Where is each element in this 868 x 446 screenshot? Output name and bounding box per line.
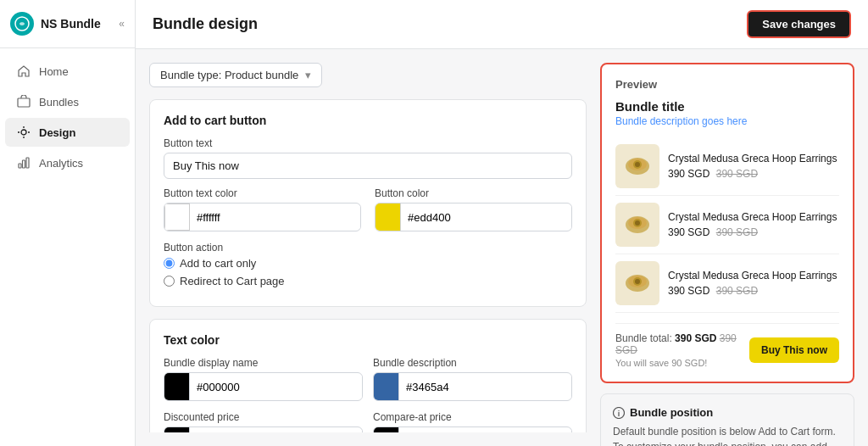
svg-rect-4 bbox=[23, 160, 25, 168]
svg-rect-3 bbox=[19, 164, 21, 168]
product-name-0: Crystal Medusa Greca Hoop Earrings bbox=[668, 153, 839, 166]
bundle-position-card: i Bundle position Default bundle positio… bbox=[600, 393, 854, 446]
discounted-price-input-wrap bbox=[164, 426, 363, 432]
svg-point-9 bbox=[635, 162, 640, 167]
button-color-hex[interactable] bbox=[401, 206, 571, 229]
bundle-position-description: Default bundle position is below Add to … bbox=[613, 424, 842, 446]
bundle-description-hex[interactable] bbox=[399, 376, 571, 399]
bundle-position-desc-text: Default bundle position is below Add to … bbox=[613, 426, 836, 446]
add-to-cart-card: Add to cart button Button text Button te… bbox=[149, 99, 587, 307]
sidebar-item-analytics-label: Analytics bbox=[39, 157, 83, 170]
sidebar-item-home[interactable]: Home bbox=[5, 57, 130, 86]
bundle-total-price: 390 SGD bbox=[675, 332, 716, 344]
content-area: Bundle type: Product bundle ▾ Add to car… bbox=[136, 49, 868, 446]
sidebar-logo: NS Bundle « bbox=[0, 0, 135, 48]
topbar: Bundle design Save changes bbox=[136, 0, 868, 49]
bundle-display-name-hex[interactable] bbox=[190, 376, 362, 399]
compare-at-price-hex[interactable] bbox=[399, 430, 571, 433]
product-discounted-price-2: 390 SGD bbox=[668, 285, 709, 297]
discounted-price-hex[interactable] bbox=[190, 430, 362, 433]
bundle-display-name-input-wrap bbox=[164, 372, 363, 401]
sidebar-item-bundles[interactable]: Bundles bbox=[5, 87, 130, 116]
action-option-add-to-cart[interactable]: Add to cart only bbox=[164, 257, 572, 270]
bundle-description-input-wrap bbox=[373, 372, 572, 401]
bundle-description-swatch[interactable] bbox=[374, 373, 399, 400]
preview-header: Preview bbox=[615, 78, 839, 91]
bundle-footer: Bundle total: 390 SGD 390 SGD You will s… bbox=[615, 323, 839, 368]
bundle-type-label: Bundle type: Product bundle bbox=[160, 69, 298, 81]
product-thumb-0 bbox=[615, 144, 659, 188]
bundle-type-bar: Bundle type: Product bundle ▾ bbox=[149, 63, 587, 87]
bundle-description-label: Bundle description bbox=[373, 357, 572, 369]
bundles-icon bbox=[17, 95, 31, 109]
info-icon: i bbox=[613, 407, 625, 419]
bundle-total-info: Bundle total: 390 SGD 390 SGD You will s… bbox=[615, 332, 749, 368]
product-price-0: 390 SGD 390 SGD bbox=[668, 168, 839, 180]
text-color-grid: Bundle display name Bundle description bbox=[164, 357, 572, 432]
add-to-cart-title: Add to cart button bbox=[164, 114, 572, 127]
svg-rect-5 bbox=[26, 158, 29, 168]
sidebar-nav: Home Bundles Design Analytics bbox=[0, 48, 135, 186]
preview-buy-button[interactable]: Buy This now bbox=[749, 337, 839, 363]
preview-card: Preview Bundle title Bundle description … bbox=[600, 63, 854, 383]
product-item-0: Crystal Medusa Greca Hoop Earrings 390 S… bbox=[615, 137, 839, 196]
product-name-2: Crystal Medusa Greca Hoop Earrings bbox=[668, 270, 839, 283]
bundle-type-dropdown[interactable]: Bundle type: Product bundle ▾ bbox=[149, 63, 322, 87]
bundle-position-header: i Bundle position bbox=[613, 406, 842, 419]
compare-at-price-label: Compare-at price bbox=[373, 411, 572, 423]
svg-text:i: i bbox=[618, 410, 620, 418]
sidebar-item-design[interactable]: Design bbox=[5, 118, 130, 147]
product-image-1 bbox=[620, 208, 654, 242]
button-color-swatch[interactable] bbox=[376, 203, 401, 231]
left-panel: Bundle type: Product bundle ▾ Add to car… bbox=[149, 63, 587, 432]
save-changes-button[interactable]: Save changes bbox=[747, 10, 851, 38]
product-image-2 bbox=[620, 266, 654, 300]
bundle-preview-title: Bundle title bbox=[615, 99, 839, 114]
discounted-price-field: Discounted price bbox=[164, 411, 363, 432]
discounted-price-swatch[interactable] bbox=[164, 427, 190, 432]
product-thumb-2 bbox=[615, 261, 659, 305]
compare-at-price-field: Compare-at price bbox=[373, 411, 572, 432]
bundle-total-text: Bundle total: 390 SGD 390 SGD bbox=[615, 332, 749, 356]
svg-point-2 bbox=[21, 130, 26, 135]
svg-point-17 bbox=[635, 279, 640, 284]
product-item-2: Crystal Medusa Greca Hoop Earrings 390 S… bbox=[615, 254, 839, 313]
button-text-input[interactable] bbox=[164, 153, 572, 179]
product-original-price-2: 390 SGD bbox=[716, 285, 758, 297]
compare-at-price-swatch[interactable] bbox=[374, 427, 399, 432]
product-info-1: Crystal Medusa Greca Hoop Earrings 390 S… bbox=[668, 211, 839, 238]
action-radio-redirect[interactable] bbox=[164, 276, 175, 287]
svg-rect-1 bbox=[18, 98, 30, 107]
sidebar-item-bundles-label: Bundles bbox=[39, 96, 79, 109]
action-option-add-to-cart-label: Add to cart only bbox=[180, 257, 256, 270]
button-text-color-field: Button text color bbox=[164, 187, 361, 231]
analytics-icon bbox=[17, 156, 31, 170]
action-option-redirect[interactable]: Redirect to Cart page bbox=[164, 275, 572, 287]
button-action-section: Button action Add to cart only Redirect … bbox=[164, 242, 572, 287]
bundle-display-name-swatch[interactable] bbox=[164, 373, 190, 400]
product-info-2: Crystal Medusa Greca Hoop Earrings 390 S… bbox=[668, 270, 839, 297]
product-price-1: 390 SGD 390 SGD bbox=[668, 226, 839, 238]
sidebar-item-design-label: Design bbox=[39, 126, 75, 139]
action-radio-add-to-cart[interactable] bbox=[164, 258, 175, 269]
svg-point-13 bbox=[635, 220, 640, 226]
product-original-price-0: 390 SGD bbox=[716, 168, 758, 180]
bundle-savings-label: You will save 90 SGD! bbox=[615, 358, 749, 368]
action-option-redirect-label: Redirect to Cart page bbox=[180, 275, 285, 287]
discounted-price-label: Discounted price bbox=[164, 411, 363, 423]
sidebar-item-analytics[interactable]: Analytics bbox=[5, 148, 130, 177]
sidebar-item-home-label: Home bbox=[39, 65, 69, 78]
text-color-title: Text color bbox=[164, 333, 572, 347]
sidebar: NS Bundle « Home Bundles Design Analytic… bbox=[0, 0, 136, 446]
bundle-total-label: Bundle total: bbox=[615, 332, 672, 344]
product-discounted-price-1: 390 SGD bbox=[668, 226, 709, 238]
home-icon bbox=[17, 64, 31, 78]
button-text-color-hex[interactable] bbox=[190, 206, 360, 229]
design-icon bbox=[17, 125, 31, 139]
button-color-label: Button color bbox=[375, 187, 572, 199]
button-text-color-input-wrap bbox=[164, 203, 361, 231]
button-text-color-swatch[interactable] bbox=[164, 203, 190, 231]
sidebar-collapse-button[interactable]: « bbox=[119, 18, 125, 30]
button-action-label: Button action bbox=[164, 242, 572, 254]
product-item-1: Crystal Medusa Greca Hoop Earrings 390 S… bbox=[615, 196, 839, 254]
